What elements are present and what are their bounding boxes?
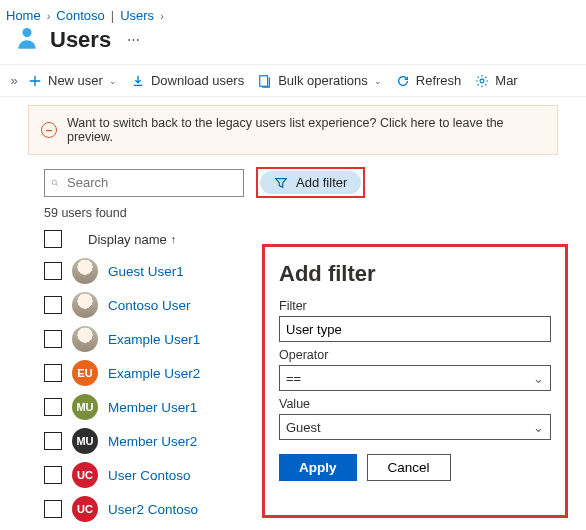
- user-link[interactable]: Example User2: [108, 366, 200, 381]
- row-checkbox[interactable]: [44, 364, 62, 382]
- breadcrumb-home[interactable]: Home: [6, 8, 41, 23]
- add-filter-button[interactable]: Add filter: [260, 171, 361, 194]
- user-link[interactable]: User Contoso: [108, 468, 191, 483]
- avatar: MU: [72, 428, 98, 454]
- operator-select[interactable]: == ⌄: [279, 365, 551, 391]
- apply-button[interactable]: Apply: [279, 454, 357, 481]
- user-link[interactable]: Member User1: [108, 400, 197, 415]
- operator-field-label: Operator: [279, 348, 551, 362]
- legacy-notice-banner[interactable]: – Want to switch back to the legacy user…: [28, 105, 558, 155]
- download-users-button[interactable]: Download users: [131, 73, 244, 88]
- avatar: [72, 258, 98, 284]
- svg-rect-1: [260, 75, 268, 86]
- chevron-right-icon: ›: [160, 10, 164, 22]
- warning-icon: –: [41, 122, 57, 138]
- breadcrumb-org[interactable]: Contoso: [56, 8, 104, 23]
- refresh-button[interactable]: Refresh: [396, 73, 462, 88]
- row-checkbox[interactable]: [44, 262, 62, 280]
- chevron-down-icon: ⌄: [533, 420, 544, 435]
- row-checkbox[interactable]: [44, 296, 62, 314]
- new-user-button[interactable]: New user ⌄: [28, 73, 117, 88]
- user-count: 59 users found: [44, 206, 586, 220]
- svg-point-0: [22, 28, 31, 37]
- manage-button[interactable]: Mar: [475, 73, 517, 88]
- chevron-down-icon: ⌄: [109, 76, 117, 86]
- avatar: EU: [72, 360, 98, 386]
- bulk-label: Bulk operations: [278, 73, 368, 88]
- chevron-right-icon: ›: [47, 10, 51, 22]
- column-display-name[interactable]: Display name ↑: [88, 232, 176, 247]
- row-checkbox[interactable]: [44, 330, 62, 348]
- add-filter-highlight: Add filter: [256, 167, 365, 198]
- user-link[interactable]: User2 Contoso: [108, 502, 198, 517]
- avatar: [72, 326, 98, 352]
- refresh-label: Refresh: [416, 73, 462, 88]
- manage-label: Mar: [495, 73, 517, 88]
- breadcrumb-separator: |: [111, 8, 114, 23]
- filter-field-label: Filter: [279, 299, 551, 313]
- row-checkbox[interactable]: [44, 432, 62, 450]
- add-filter-label: Add filter: [296, 175, 347, 190]
- user-link[interactable]: Example User1: [108, 332, 200, 347]
- row-checkbox[interactable]: [44, 466, 62, 484]
- search-input-wrapper[interactable]: [44, 169, 244, 197]
- search-icon: [51, 176, 59, 190]
- row-checkbox[interactable]: [44, 398, 62, 416]
- new-user-label: New user: [48, 73, 103, 88]
- notice-text: Want to switch back to the legacy users …: [67, 116, 545, 144]
- svg-point-3: [52, 180, 57, 185]
- avatar: UC: [72, 462, 98, 488]
- panel-title: Add filter: [279, 261, 551, 287]
- chevron-down-icon: ⌄: [533, 371, 544, 386]
- breadcrumb: Home › Contoso | Users ›: [0, 0, 586, 25]
- avatar: MU: [72, 394, 98, 420]
- more-actions-button[interactable]: ⋯: [121, 32, 146, 47]
- bulk-operations-button[interactable]: Bulk operations ⌄: [258, 73, 382, 88]
- users-icon: [14, 25, 40, 54]
- row-checkbox[interactable]: [44, 500, 62, 518]
- download-label: Download users: [151, 73, 244, 88]
- svg-point-2: [480, 79, 484, 83]
- sort-ascending-icon: ↑: [171, 233, 177, 245]
- chevron-down-icon: ⌄: [374, 76, 382, 86]
- filter-icon: [274, 176, 288, 190]
- avatar: UC: [72, 496, 98, 522]
- user-link[interactable]: Guest User1: [108, 264, 184, 279]
- breadcrumb-section[interactable]: Users: [120, 8, 154, 23]
- page-title: Users: [50, 27, 111, 53]
- value-select[interactable]: Guest ⌄: [279, 414, 551, 440]
- add-filter-panel: Add filter Filter Operator == ⌄ Value Gu…: [262, 244, 568, 518]
- value-field-label: Value: [279, 397, 551, 411]
- avatar: [72, 292, 98, 318]
- user-link[interactable]: Member User2: [108, 434, 197, 449]
- cancel-button[interactable]: Cancel: [367, 454, 451, 481]
- filter-field-input[interactable]: [279, 316, 551, 342]
- user-link[interactable]: Contoso User: [108, 298, 191, 313]
- select-all-checkbox[interactable]: [44, 230, 62, 248]
- expand-sidebar-button[interactable]: »: [0, 73, 28, 88]
- search-input[interactable]: [65, 174, 237, 191]
